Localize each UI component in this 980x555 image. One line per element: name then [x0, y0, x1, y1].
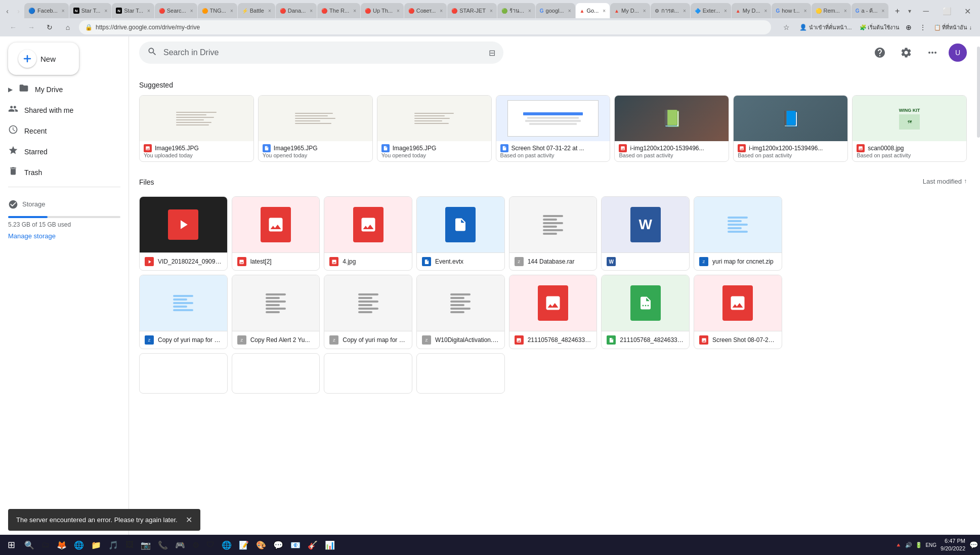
taskbar-search[interactable]: 🔍 — [21, 536, 37, 554]
taskbar-item-edge[interactable]: 🌐 — [219, 536, 235, 554]
search-box[interactable]: ⊟ — [139, 41, 503, 64]
tab-forward-btn[interactable]: › — [13, 4, 24, 18]
sort-bar[interactable]: Last modified ↑ — [923, 178, 967, 185]
taskbar-item-camera[interactable]: 📷 — [138, 536, 154, 554]
file-card-vid[interactable]: VID_20180224_09092... — [139, 196, 228, 271]
taskbar-item-firefox[interactable]: 🦊 — [54, 536, 70, 554]
suggested-card-6[interactable]: 📘 i-img1200x1200-1539496... Based on pas… — [733, 95, 848, 162]
search-input[interactable] — [163, 48, 483, 57]
tab-rem[interactable]: 🟡 Rem... × — [812, 3, 851, 18]
notification-close[interactable]: ✕ — [186, 515, 192, 525]
forward-button[interactable]: → — [24, 20, 38, 34]
file-card-yuri-zip[interactable]: Z yuri map for cncnet.zip — [694, 196, 782, 271]
tab-ga[interactable]: G a - ค้... × — [851, 3, 889, 18]
taskbar-datetime[interactable]: 6:47 PM 9/20/2022 — [941, 537, 965, 553]
manage-storage-link[interactable]: Manage storage — [8, 232, 56, 240]
taskbar-item-paint[interactable]: 🎨 — [253, 536, 269, 554]
taskbar-item-edit[interactable]: 📝 — [236, 536, 252, 554]
tab-thai2[interactable]: ⚙ การต... × — [651, 3, 690, 18]
extensions-button[interactable]: 🧩 เริ่มต้นใช้งาน — [858, 23, 902, 32]
filter-icon[interactable]: ⊟ — [489, 48, 495, 58]
taskbar-item-email[interactable]: 📧 — [287, 536, 304, 554]
sidebar-item-trash[interactable]: Trash — [0, 162, 124, 183]
suggested-card-4[interactable]: Screen Shot 07-31-22 at ... Based on pas… — [496, 95, 611, 162]
tab-facebook[interactable]: 🔵 Faceb... × — [24, 3, 69, 18]
url-bar[interactable]: 🔒 https://drive.google.com/drive/my-driv… — [79, 20, 771, 34]
file-card-w10[interactable]: Z W10DigitalActivation.z... — [416, 275, 505, 349]
suggested-card-3[interactable]: Image1965.JPG You opened today — [377, 95, 492, 162]
file-card-rar[interactable]: Z 144 Database.rar — [509, 196, 598, 271]
file-card-screenshot[interactable]: Screen Shot 08-07-21 ... — [694, 275, 782, 349]
tab-battle[interactable]: ⚡ Battle × — [238, 3, 275, 18]
tab-tng[interactable]: 🟠 TNG... × — [198, 3, 237, 18]
close-window-button[interactable]: ✕ — [958, 4, 978, 18]
sidebar-item-recent[interactable]: Recent — [0, 120, 124, 141]
suggested-card-7[interactable]: WING KIT 🗺 scan0008.jpg — [852, 95, 967, 162]
new-button[interactable]: New — [8, 42, 79, 75]
sidebar-item-starred[interactable]: Starred — [0, 141, 124, 162]
file-card-doc1[interactable]: 211105768_48246334... — [601, 275, 690, 349]
tab-star2[interactable]: N Star T... × — [112, 3, 154, 18]
taskbar-item-phone[interactable]: 📞 — [155, 536, 171, 554]
suggested-card-2[interactable]: Image1965.JPG You opened today — [258, 95, 373, 162]
tab-ther[interactable]: 🔴 The R... × — [317, 3, 360, 18]
tab-list-button[interactable]: ▾ — [904, 4, 915, 18]
taskbar-item-stats[interactable]: 📊 — [322, 536, 338, 554]
tab-google[interactable]: G googl... × — [536, 3, 575, 18]
sidebar-item-shared[interactable]: Shared with me — [0, 100, 124, 120]
file-card-row3-1[interactable] — [139, 353, 228, 394]
menu-button[interactable]: ⋮ — [916, 20, 930, 34]
file-card-row3-2[interactable] — [232, 353, 320, 394]
sidebar-toggle[interactable]: 📋 ที่ที่หน้าอัน ↓ — [932, 23, 974, 32]
help-button[interactable] — [870, 42, 890, 63]
file-card-event[interactable]: Event.evtx — [416, 196, 505, 271]
tab-starjet[interactable]: 🔴 STAR-JET × — [447, 3, 497, 18]
taskbar-item-folder[interactable]: 📁 — [88, 536, 104, 554]
reload-button[interactable]: ↻ — [42, 20, 57, 34]
settings-button[interactable] — [896, 42, 916, 63]
tab-opera[interactable]: 🔴 Searc... × — [155, 3, 197, 18]
profile-button[interactable]: 👤 นำเข้าที่คั่นหน้า... — [795, 23, 856, 32]
file-card-copy-red-alert[interactable]: Z Copy Red Alert 2 Yu... — [232, 275, 320, 349]
file-card-word[interactable]: W W — [601, 196, 690, 271]
notifications-button[interactable]: 💬 — [969, 541, 978, 549]
suggested-card-5[interactable]: 📗 i-img1200x1200-1539496... Based on pas… — [614, 95, 729, 162]
extensions-area[interactable]: ⊕ — [906, 23, 912, 31]
taskbar-item-chat[interactable]: 💬 — [270, 536, 286, 554]
tab-mydrive[interactable]: ▲ My D... × — [610, 3, 650, 18]
tab-mydrive2[interactable]: ▲ My D... × — [732, 3, 772, 18]
sidebar-item-my-drive[interactable]: ▶ My Drive — [0, 79, 124, 100]
tab-dana[interactable]: 🔴 Dana... × — [276, 3, 317, 18]
taskbar-tray[interactable]: 🔺 🔊 🔋 ENG — [895, 542, 936, 548]
new-tab-button[interactable]: + — [891, 4, 904, 18]
file-card-copy-yuri-blue[interactable]: Z Copy of yuri map for c... — [139, 275, 228, 349]
taskbar-item-chrome[interactable]: 🌐 — [71, 536, 87, 554]
avatar[interactable]: U — [949, 44, 967, 62]
file-card-latest[interactable]: latest[2] — [232, 196, 320, 271]
tab-ext[interactable]: 🔷 Exter... × — [691, 3, 731, 18]
tab-upt[interactable]: 🔴 Up Th... × — [361, 3, 404, 18]
taskbar-item-photos[interactable]: 🖼 — [122, 536, 137, 554]
taskbar-item-shield[interactable]: 🛡 — [203, 536, 218, 554]
home-button[interactable]: ⌂ — [61, 20, 75, 34]
minimize-button[interactable]: ─ — [916, 4, 936, 18]
apps-button[interactable] — [922, 42, 943, 63]
tab-howto[interactable]: G how t... × — [772, 3, 811, 18]
file-card-row3-4[interactable] — [416, 353, 505, 394]
start-button[interactable]: ⊞ — [2, 536, 20, 554]
file-card-img1[interactable]: 211105768_48246334... — [509, 275, 598, 349]
scroll-indicator[interactable] — [977, 47, 980, 138]
suggested-card-1[interactable]: Image1965.JPG You uploaded today — [139, 95, 254, 162]
taskbar-item-file-explorer[interactable]: 🗂 — [38, 536, 53, 554]
maximize-button[interactable]: ⬜ — [936, 4, 957, 18]
tab-gdrive[interactable]: ▲ Go... × — [576, 3, 610, 18]
taskbar-item-settings[interactable]: ⚙ — [189, 536, 202, 554]
tab-notion1[interactable]: N Star T... × — [69, 3, 112, 18]
file-card-4jpg[interactable]: 4.jpg — [324, 196, 412, 271]
file-card-copy-yuri-gray[interactable]: Z Copy of yuri map for c... — [324, 275, 412, 349]
tab-thai[interactable]: 🟢 ร้าน... × — [497, 3, 535, 18]
bookmark-button[interactable]: ☆ — [779, 20, 793, 34]
tab-sovet[interactable]: 🔴 Совет... × — [404, 3, 447, 18]
taskbar-item-media[interactable]: 🎵 — [105, 536, 121, 554]
taskbar-item-music[interactable]: 🎸 — [305, 536, 321, 554]
